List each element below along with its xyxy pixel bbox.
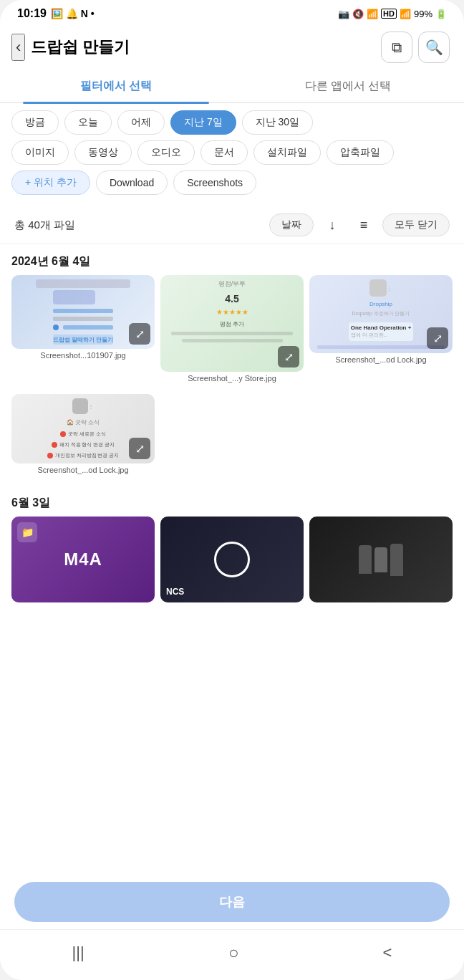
filename-2: Screenshot_...y Store.jpg <box>160 374 304 383</box>
ncs-label: NCS <box>166 587 184 597</box>
file-item: 평점/부투 4.5 ★★★★★ 평점 추가 <box>160 275 304 388</box>
nav-menu-button[interactable]: ||| <box>58 939 99 966</box>
file-thumbnail-4[interactable]: ⋮ 🏠 굿락 소식 굿락 새로운 소식 패치 적용 형식 변경 공지 <box>11 394 155 463</box>
expand-icon-4[interactable]: ⤢ <box>129 438 150 459</box>
image-grid-june3: 📁 M4A NCS <box>11 517 453 602</box>
next-button[interactable]: 다음 <box>14 882 450 922</box>
location-filter-row: + 위치 추가 Download Screenshots <box>11 170 453 195</box>
nav-back-button[interactable]: < <box>369 939 407 966</box>
chip-today[interactable]: 오늘 <box>64 110 112 135</box>
chip-yesterday[interactable]: 어제 <box>117 110 165 135</box>
filename-3: Screenshot_...od Lock.jpg <box>309 355 453 364</box>
chip-audio[interactable]: 오디오 <box>137 140 195 165</box>
file-bar: 총 40개 파일 날짜 ↓ ≡ 모두 닫기 <box>0 206 464 244</box>
chip-images[interactable]: 이미지 <box>11 140 69 165</box>
expand-icon-1[interactable]: ⤢ <box>129 323 150 345</box>
status-icons-right: 📷 🔇 📶 HD 📶 99% 🔋 <box>338 9 447 19</box>
sort-button[interactable]: 날짜 <box>269 213 314 236</box>
expand-icon-3[interactable]: ⤢ <box>427 327 448 349</box>
clipboard-icon: ⧉ <box>392 39 402 56</box>
chip-docs[interactable]: 문서 <box>200 140 248 165</box>
menu-icon: ||| <box>72 943 84 961</box>
music-folder-icon: 📁 <box>17 522 37 542</box>
wifi-icon: 📶 <box>367 9 378 19</box>
search-icon: 🔍 <box>425 39 443 56</box>
back-button[interactable]: ‹ <box>11 34 25 61</box>
file-thumbnail-m4a[interactable]: 📁 M4A <box>11 517 155 602</box>
date-header-june3: 6월 3일 <box>11 486 453 517</box>
back-nav-icon: < <box>383 943 392 961</box>
close-all-button[interactable]: 모두 닫기 <box>382 213 450 236</box>
date-header-june4: 2024년 6월 4일 <box>11 244 453 275</box>
filename-4: Screenshot_...od Lock.jpg <box>11 466 155 474</box>
image-grid-june4: 드랍쉽 팔매하기 만들기 ⤢ Screenshot...101907.jpg 평… <box>11 275 453 388</box>
mute-icon: 🔇 <box>352 9 364 19</box>
home-icon: ○ <box>228 943 239 962</box>
battery-percent: 99% <box>414 9 432 19</box>
chip-last7[interactable]: 지난 7일 <box>170 110 236 135</box>
clipboard-button[interactable]: ⧉ <box>381 32 412 63</box>
chip-screenshots[interactable]: Screenshots <box>173 170 256 195</box>
battery-icon: 📷 <box>338 9 349 19</box>
file-thumbnail-3[interactable]: ⋮ Dropship Dropship 주문하기 만들기 One Hand Op… <box>309 275 453 353</box>
status-icons-left: 🖼️ 🔔 N • <box>51 8 95 19</box>
battery-full-icon: 🔋 <box>435 9 447 19</box>
bottom-nav: ||| ○ < <box>0 929 464 980</box>
file-item-hand <box>309 517 453 602</box>
tab-bar: 필터에서 선택 다른 앱에서 선택 <box>0 70 464 103</box>
search-button[interactable]: 🔍 <box>418 32 450 63</box>
chip-compress[interactable]: 압축파일 <box>327 140 394 165</box>
signal-bars: 📶 <box>400 9 411 19</box>
filters-section: 방금 오늘 어제 지난 7일 지난 30일 이미지 동영상 오디오 문서 설치파… <box>0 103 464 206</box>
sort-down-icon[interactable]: ↓ <box>319 212 345 238</box>
page-title: 드랍쉽 만들기 <box>31 37 375 58</box>
chip-add-location[interactable]: + 위치 추가 <box>11 170 90 195</box>
chip-videos[interactable]: 동영상 <box>74 140 132 165</box>
next-button-container: 다음 <box>0 873 464 929</box>
chip-install[interactable]: 설치파일 <box>253 140 321 165</box>
nav-home-button[interactable]: ○ <box>214 938 253 967</box>
tab-app[interactable]: 다른 앱에서 선택 <box>232 70 464 102</box>
filetype-filter-row: 이미지 동영상 오디오 문서 설치파일 압축파일 <box>11 140 453 165</box>
filename-1: Screenshot...101907.jpg <box>11 351 155 360</box>
file-thumbnail-ncs[interactable]: NCS <box>160 517 304 602</box>
chip-download[interactable]: Download <box>96 170 168 195</box>
m4a-label: M4A <box>64 549 102 570</box>
file-thumbnail-hand[interactable] <box>309 517 453 602</box>
chip-recent[interactable]: 방금 <box>11 110 59 135</box>
file-item: ⋮ Dropship Dropship 주문하기 만들기 One Hand Op… <box>309 275 453 388</box>
list-view-icon[interactable]: ≡ <box>351 212 377 238</box>
file-item: 드랍쉽 팔매하기 만들기 ⤢ Screenshot...101907.jpg <box>11 275 155 388</box>
expand-icon-2[interactable]: ⤢ <box>278 346 299 368</box>
time-filter-row: 방금 오늘 어제 지난 7일 지난 30일 <box>11 110 453 135</box>
chip-last30[interactable]: 지난 30일 <box>242 110 313 135</box>
extra-file-row: ⋮ 🏠 굿락 소식 굿락 새로운 소식 패치 적용 형식 변경 공지 <box>11 394 453 480</box>
file-item-ncs: NCS <box>160 517 304 602</box>
status-time: 10:19 <box>17 7 47 20</box>
status-bar: 10:19 🖼️ 🔔 N • 📷 🔇 📶 HD 📶 99% 🔋 <box>0 0 464 24</box>
file-item-extra: ⋮ 🏠 굿락 소식 굿락 새로운 소식 패치 적용 형식 변경 공지 <box>11 394 155 480</box>
top-bar: ‹ 드랍쉽 만들기 ⧉ 🔍 <box>0 24 464 70</box>
file-count-label: 총 40개 파일 <box>14 218 75 232</box>
tab-filter[interactable]: 필터에서 선택 <box>0 70 232 102</box>
file-thumbnail-1[interactable]: 드랍쉽 팔매하기 만들기 ⤢ <box>11 275 155 349</box>
signal-label: HD <box>381 9 397 19</box>
file-item-m4a: 📁 M4A <box>11 517 155 602</box>
ncs-circle <box>214 542 250 577</box>
file-actions: 날짜 ↓ ≡ 모두 닫기 <box>269 212 450 238</box>
file-thumbnail-2[interactable]: 평점/부투 4.5 ★★★★★ 평점 추가 <box>160 275 304 372</box>
content-area: 2024년 6월 4일 드랍쉽 팔매하기 만들기 <box>0 244 464 873</box>
